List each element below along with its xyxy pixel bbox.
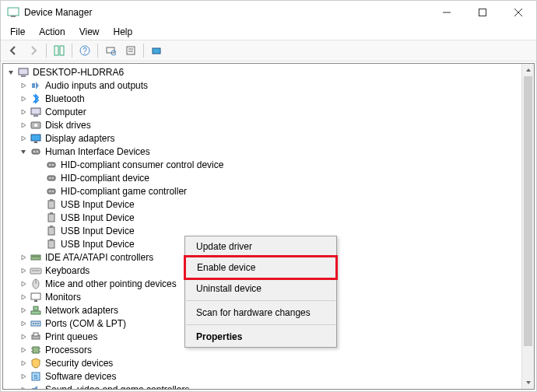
context-menu: Update driver Enable device Uninstall de… xyxy=(184,236,337,348)
tree-node-cat-1[interactable]: Bluetooth xyxy=(3,92,534,105)
expand-arrow-icon[interactable] xyxy=(34,187,44,196)
cm-uninstall-device[interactable]: Uninstall device xyxy=(185,278,336,299)
tree-node-cat-5-child-0[interactable]: HID-compliant consumer control device xyxy=(3,158,534,171)
expand-arrow-icon[interactable] xyxy=(34,213,44,222)
scan-button[interactable] xyxy=(101,42,120,59)
tree-node-cat-5-child-3[interactable]: USB Input Device xyxy=(3,198,534,211)
tree-node-label: USB Input Device xyxy=(61,226,135,236)
tree-node-label: Bluetooth xyxy=(45,93,85,104)
help-button[interactable]: ? xyxy=(75,42,94,59)
expand-arrow-icon[interactable] xyxy=(19,279,28,289)
svg-rect-19 xyxy=(31,108,40,114)
svg-rect-39 xyxy=(48,214,54,222)
scroll-thumb[interactable] xyxy=(524,76,532,346)
expand-arrow-icon[interactable] xyxy=(19,81,28,90)
svg-text:S: S xyxy=(33,373,37,380)
expand-arrow-icon[interactable] xyxy=(19,94,28,103)
expand-arrow-icon[interactable] xyxy=(19,292,28,302)
cm-update-driver[interactable]: Update driver xyxy=(185,236,336,257)
expand-arrow-icon[interactable] xyxy=(34,173,44,183)
menu-view[interactable]: View xyxy=(73,25,106,39)
expand-arrow-icon[interactable] xyxy=(19,134,28,143)
cm-enable-device[interactable]: Enable device xyxy=(186,257,335,278)
close-button[interactable] xyxy=(500,1,536,24)
tree-node-label: Network adapters xyxy=(45,305,118,316)
expand-arrow-icon[interactable] xyxy=(19,266,28,275)
tree-node-label: HID-compliant device xyxy=(61,173,149,184)
tree-node-label: IDE ATA/ATAPI controllers xyxy=(45,252,153,263)
cm-scan-hardware[interactable]: Scan for hardware changes xyxy=(185,303,336,323)
tree-node-cat-16[interactable]: Sound, video and game controllers xyxy=(3,383,534,390)
expand-arrow-icon[interactable] xyxy=(34,226,44,236)
tree-node-label: Disk drives xyxy=(45,120,91,131)
svg-rect-18 xyxy=(32,83,35,88)
svg-rect-61 xyxy=(33,347,39,353)
tree-node-cat-5-child-2[interactable]: HID-compliant game controller xyxy=(3,184,534,198)
expand-arrow-icon[interactable] xyxy=(19,319,28,328)
expand-arrow-icon[interactable] xyxy=(19,359,28,368)
svg-rect-23 xyxy=(31,135,40,141)
svg-rect-43 xyxy=(48,240,54,248)
scroll-up-button[interactable] xyxy=(522,64,534,76)
menu-file[interactable]: File xyxy=(4,25,31,39)
expand-arrow-icon[interactable] xyxy=(19,332,28,341)
cm-enable-device-highlight: Enable device xyxy=(184,255,338,280)
window-title: Device Manager xyxy=(24,7,429,18)
display-icon xyxy=(30,132,42,145)
svg-rect-0 xyxy=(8,8,19,16)
cm-separator xyxy=(186,300,335,301)
device-manager-window: Device Manager File Action View Help ? D… xyxy=(0,0,537,392)
tree-node-cat-5-child-4[interactable]: USB Input Device xyxy=(3,211,534,224)
cm-properties[interactable]: Properties xyxy=(185,327,336,347)
tree-node-label: DESKTOP-HLDRRA6 xyxy=(33,67,124,78)
tree-node-label: HID-compliant consumer control device xyxy=(61,159,223,170)
expand-arrow-icon[interactable] xyxy=(34,240,44,249)
svg-rect-16 xyxy=(19,68,28,75)
vertical-scrollbar[interactable] xyxy=(521,64,534,389)
expand-arrow-icon[interactable] xyxy=(19,372,28,381)
expand-arrow-icon[interactable] xyxy=(19,306,28,315)
show-hide-tree-button[interactable] xyxy=(50,42,68,59)
tree-node-cat-5-child-1[interactable]: HID-compliant device xyxy=(3,171,534,184)
svg-rect-20 xyxy=(33,115,38,117)
computer-icon xyxy=(30,106,42,118)
expand-arrow-icon[interactable] xyxy=(19,385,28,390)
svg-rect-41 xyxy=(48,227,54,235)
tree-node-label: Keyboards xyxy=(45,265,90,276)
tree-node-label: Display adapters xyxy=(45,133,114,144)
svg-rect-34 xyxy=(47,189,55,194)
expand-arrow-icon[interactable] xyxy=(19,345,28,355)
svg-rect-44 xyxy=(50,239,53,241)
menu-action[interactable]: Action xyxy=(33,25,71,39)
audio-icon xyxy=(30,79,42,92)
svg-rect-10 xyxy=(107,47,114,53)
hid-icon xyxy=(30,145,42,158)
tree-node-cat-2[interactable]: Computer xyxy=(3,105,534,118)
tree-node-root[interactable]: DESKTOP-HLDRRA6 xyxy=(3,65,534,79)
tree-node-cat-3[interactable]: Disk drives xyxy=(3,118,534,131)
expand-arrow-icon[interactable] xyxy=(34,160,44,170)
scroll-track[interactable] xyxy=(522,76,534,376)
expand-arrow-icon[interactable] xyxy=(34,200,44,209)
back-button[interactable] xyxy=(4,42,23,59)
expand-arrow-icon[interactable] xyxy=(19,253,28,262)
tree-node-cat-0[interactable]: Audio inputs and outputs xyxy=(3,79,534,92)
forward-button[interactable] xyxy=(24,42,43,59)
expand-arrow-icon[interactable] xyxy=(19,121,28,130)
tree-node-cat-15[interactable]: SSoftware devices xyxy=(3,369,534,383)
tree-node-cat-4[interactable]: Display adapters xyxy=(3,131,534,145)
enable-button[interactable] xyxy=(147,42,166,59)
expand-arrow-icon[interactable] xyxy=(19,107,28,117)
expand-arrow-icon[interactable] xyxy=(19,147,28,156)
expand-arrow-icon[interactable] xyxy=(6,68,16,77)
svg-rect-12 xyxy=(127,47,135,54)
menu-help[interactable]: Help xyxy=(107,25,139,39)
minimize-button[interactable] xyxy=(429,1,465,24)
menubar: File Action View Help xyxy=(1,24,536,40)
tree-node-cat-5[interactable]: Human Interface Devices xyxy=(3,145,534,158)
tree-node-cat-14[interactable]: Security devices xyxy=(3,356,534,369)
properties-button[interactable] xyxy=(121,42,140,59)
tree-node-label: Computer xyxy=(45,107,86,117)
scroll-down-button[interactable] xyxy=(522,376,534,389)
maximize-button[interactable] xyxy=(465,1,500,24)
